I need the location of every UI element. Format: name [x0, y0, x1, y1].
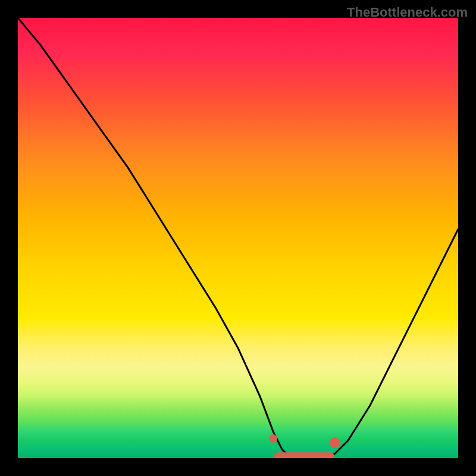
chart-plot-area [18, 18, 458, 458]
chart-markers [18, 18, 458, 458]
chart-marker [330, 437, 340, 448]
watermark-text: TheBottleneck.com [347, 5, 468, 20]
chart-marker [269, 434, 277, 443]
